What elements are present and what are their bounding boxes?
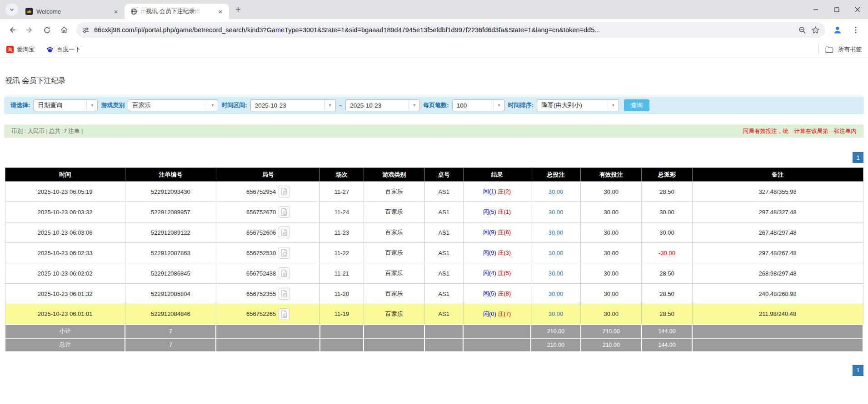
total-bet-link[interactable]: 30.00 (549, 188, 564, 195)
total-bet-link[interactable]: 30.00 (549, 291, 564, 297)
pagination-page-1-top[interactable]: 1 (853, 152, 863, 163)
round-wrap: 656752265 (246, 308, 289, 320)
bookmark-taobao[interactable]: 淘 爱淘宝 (6, 45, 35, 54)
search-button[interactable]: 查询 (624, 99, 649, 111)
date-from-select[interactable]: 2025-10-23 ▼ (250, 99, 336, 111)
result-player: 闲(5) (483, 290, 496, 297)
cell-game-type: 百家乐 (364, 222, 424, 243)
bookmark-label: 爱淘宝 (17, 45, 35, 54)
tab-close-icon[interactable]: × (216, 7, 224, 15)
sort-label: 时间排序: (508, 101, 534, 109)
bookmark-baidu[interactable]: 百度一下 (46, 45, 80, 54)
cell-payout: -30.00 (642, 243, 692, 263)
tab-welcome[interactable]: Welcome × (20, 4, 125, 19)
window-minimize-button[interactable] (805, 0, 826, 19)
cell-round: 656752265 (216, 304, 319, 325)
globe-favicon-icon (130, 8, 137, 15)
new-tab-button[interactable]: + (232, 3, 244, 16)
cell-bet-id: 522912084846 (125, 304, 216, 325)
column-header: 游戏类别 (364, 168, 424, 182)
date-to-value: 2025-10-23 (346, 100, 409, 111)
cell-result: 闲(0) 庄(7) (463, 304, 531, 325)
result-player: 闲(1) (483, 188, 496, 195)
total-bet-link[interactable]: 30.00 (549, 209, 564, 216)
cell-note: 240.48/268.98 (692, 284, 863, 304)
select-arrow-icon: ▼ (608, 100, 619, 111)
forward-button[interactable] (22, 22, 37, 38)
cell-session: 11-27 (320, 182, 364, 202)
select-arrow-icon: ▼ (86, 100, 97, 111)
total-bet-link[interactable]: 30.00 (549, 270, 564, 277)
browser-menu-button[interactable] (848, 22, 863, 38)
cell-bet-id: 522912086845 (125, 263, 216, 284)
reload-button[interactable] (39, 22, 55, 38)
video-replay-icon[interactable] (279, 247, 289, 259)
cell-round: 656752670 (216, 202, 319, 222)
tab-title: :::视讯 会员下注纪录::: (141, 7, 213, 15)
footer-count: 7 (125, 325, 216, 338)
cell-time: 2025-10-23 06:02:33 (5, 243, 125, 263)
total-bet-link[interactable]: 30.00 (549, 229, 564, 236)
address-bar[interactable]: 66cxkj98.com/ipl/portal.php/game/betreco… (76, 22, 825, 38)
total-bet-link[interactable]: 30.00 (549, 250, 564, 256)
cell-valid-bet: 30.00 (581, 222, 642, 243)
tab-betrecord[interactable]: :::视讯 会员下注纪录::: × (125, 4, 229, 19)
video-replay-icon[interactable] (279, 308, 289, 320)
cell-round: 656752438 (216, 263, 319, 284)
per-page-select[interactable]: 100 ▼ (452, 99, 505, 111)
cell-time: 2025-10-23 06:05:19 (5, 182, 125, 202)
window-maximize-button[interactable] (826, 0, 847, 19)
reload-icon (43, 26, 51, 34)
back-arrow-icon (8, 25, 17, 34)
result-player: 闲(9) (483, 249, 496, 256)
footer-round (216, 325, 319, 338)
zoom-icon[interactable] (798, 26, 807, 34)
cell-session: 11-19 (320, 304, 364, 325)
subtotal-row: 小计7210.00210.00144.00 (5, 325, 863, 338)
cell-game-type: 百家乐 (364, 243, 424, 263)
game-type-select[interactable]: 百家乐 ▼ (128, 99, 218, 111)
select-arrow-icon: ▼ (409, 100, 419, 111)
video-replay-icon[interactable] (279, 206, 289, 218)
total-bet-link[interactable]: 30.00 (549, 310, 564, 317)
footer-table (424, 325, 463, 338)
video-replay-icon[interactable] (279, 186, 289, 197)
column-header: 备注 (692, 168, 863, 182)
time-range-label: 时间区间: (221, 101, 247, 109)
round-number: 656752670 (246, 209, 276, 216)
tab-search-button[interactable] (5, 3, 18, 16)
profile-button[interactable] (830, 22, 845, 38)
cell-time: 2025-10-23 06:01:01 (5, 304, 125, 325)
menu-dots-icon (852, 26, 860, 34)
folder-icon (825, 46, 833, 53)
cell-bet-id: 522912085804 (125, 284, 216, 304)
window-close-button[interactable] (847, 0, 868, 19)
url-text[interactable]: 66cxkj98.com/ipl/portal.php/game/betreco… (94, 26, 793, 34)
bookmark-star-icon[interactable] (811, 26, 820, 34)
tab-title: Welcome (36, 8, 108, 15)
cell-time: 2025-10-23 06:03:32 (5, 202, 125, 222)
cell-result: 闲(5) 庄(8) (463, 284, 531, 304)
cell-total-bet: 30.00 (531, 263, 581, 284)
footer-game (364, 338, 424, 352)
home-button[interactable] (56, 22, 72, 38)
tab-close-icon[interactable]: × (112, 7, 120, 15)
back-button[interactable] (5, 22, 20, 38)
date-to-select[interactable]: 2025-10-23 ▼ (345, 99, 420, 111)
video-replay-icon[interactable] (279, 227, 289, 238)
video-replay-icon[interactable] (279, 288, 289, 300)
all-bookmarks[interactable]: 所有书签 (818, 45, 862, 54)
site-info-icon[interactable] (82, 26, 90, 34)
cell-table-no: AS1 (424, 284, 463, 304)
filter-panel: 请选择: 日期查询 ▼ 游戏类别 百家乐 ▼ 时间区间: 2025-10-23 … (5, 97, 863, 114)
cell-note: 297.48/327.48 (692, 202, 863, 222)
table-header-row: 时间注单编号局号场次游戏类别桌号结果总投注有效投注总派彩备注 (5, 168, 863, 182)
query-type-select[interactable]: 日期查询 ▼ (33, 99, 98, 111)
cell-game-type: 百家乐 (364, 284, 424, 304)
sort-select[interactable]: 降幂(由大到小) ▼ (537, 99, 619, 111)
welcome-favicon-icon (25, 8, 33, 15)
column-header: 总派彩 (642, 168, 692, 182)
video-replay-icon[interactable] (279, 267, 289, 279)
result-banker: 庄(3) (498, 249, 511, 256)
pagination-page-1-bottom[interactable]: 1 (853, 365, 863, 376)
